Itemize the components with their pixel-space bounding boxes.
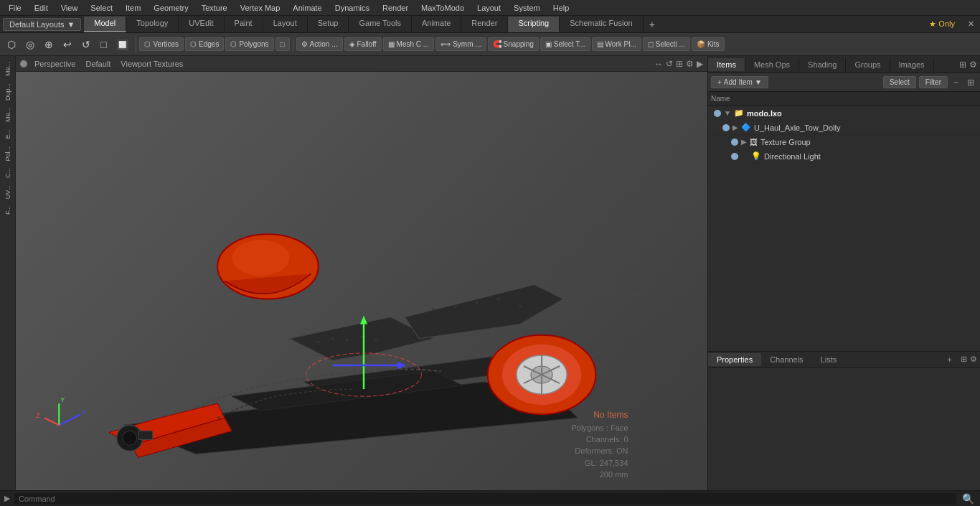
tab-shading[interactable]: Shading [799,58,846,71]
viewport-default[interactable]: Default [83,60,113,68]
list-item[interactable]: ▶ 🖼 Texture Group [708,135,980,149]
menu-select[interactable]: Select [85,2,118,14]
tb-mode-box[interactable]: □ [275,37,290,51]
menu-texture[interactable]: Texture [196,2,233,14]
items-minus-icon[interactable]: − [951,76,961,89]
tab-layout[interactable]: Layout [263,17,308,32]
menu-maxtomodo[interactable]: MaxToModo [415,2,470,14]
list-item[interactable]: ▼ 📁 modo.lxo [708,106,980,121]
tb-icon1[interactable]: ⬡ [3,37,20,52]
select-button[interactable]: Select [883,76,916,88]
menu-file[interactable]: File [3,2,27,14]
viewport[interactable]: Perspective Default Viewport Textures ↔ … [16,56,707,490]
tab-animate[interactable]: Animate [412,17,461,32]
command-search-icon[interactable]: 🔍 [956,492,980,506]
viewport-grid-icon[interactable]: ⊞ [676,59,683,69]
sidebar-me[interactable]: Me... [3,59,13,79]
menu-help[interactable]: Help [547,2,575,14]
tb-falloff[interactable]: ◈ Falloff [344,37,382,51]
list-item[interactable]: ▶ 🔷 U_Haul_Axle_Tow_Dolly [708,121,980,135]
visibility-dot[interactable] [722,124,730,131]
menu-animate[interactable]: Animate [287,2,327,14]
tab-model[interactable]: Model [84,17,126,32]
viewport-arrows-icon[interactable]: ↔ [654,59,663,69]
tb-snapping[interactable]: 🧲 Snapping [488,37,539,51]
menu-render[interactable]: Render [377,2,414,14]
tb-icon4[interactable]: ↩ [59,37,76,52]
expand-arrow-icon[interactable]: ▼ [724,109,731,117]
sidebar-f[interactable]: F... [3,203,13,217]
tb-icon6[interactable]: □ [96,37,110,52]
tb-meshc[interactable]: ▦ Mesh C ... [383,37,435,51]
scene-area[interactable]: No Items Polygons : Face Channels: 0 Def… [16,72,707,490]
tab-groups[interactable]: Groups [846,58,890,71]
tab-lists[interactable]: Lists [812,353,846,366]
sidebar-c[interactable]: C... [3,165,13,181]
visibility-dot[interactable] [731,139,738,146]
tb-polygons[interactable]: ⬡ Polygons [225,37,273,51]
tab-scripting[interactable]: Scripting [508,17,560,32]
tab-images[interactable]: Images [890,58,934,71]
add-layout-button[interactable]: + [644,17,661,32]
layout-close-button[interactable]: ✕ [962,17,980,31]
tb-icon2[interactable]: ◎ [22,37,39,52]
tab-properties[interactable]: Properties [708,353,761,366]
viewport-textures[interactable]: Viewport Textures [118,60,186,68]
prop-add-button[interactable]: + [942,355,958,364]
menu-vertexmap[interactable]: Vertex Map [235,2,286,14]
tab-setup[interactable]: Setup [308,17,349,32]
filter-button[interactable]: Filter [919,76,948,88]
tb-kits[interactable]: 📦 Kits [692,37,725,51]
tb-select-t[interactable]: ▣ Select T... [540,37,590,51]
viewport-settings-icon[interactable]: ⚙ [686,59,694,69]
sidebar-dup[interactable]: Dup... [3,80,13,103]
tb-symm[interactable]: ⟺ Symm ... [435,37,486,51]
tb-edges[interactable]: ⬡ Edges [185,37,224,51]
default-layouts-dropdown[interactable]: Default Layouts ▼ [3,18,81,31]
tab-items[interactable]: Items [708,58,745,71]
sidebar-e[interactable]: E... [3,126,13,142]
tab-channels[interactable]: Channels [761,353,811,366]
menu-layout[interactable]: Layout [471,2,507,14]
sidebar-me2[interactable]: Me... [3,105,13,125]
tb-icon5[interactable]: ↺ [77,37,95,52]
prop-expand-icon[interactable]: ⊞ [961,355,967,364]
star-only-button[interactable]: ★ Only [922,17,962,31]
menu-edit[interactable]: Edit [29,2,54,14]
items-expand-icon[interactable]: ⊞ [964,76,977,89]
tab-render[interactable]: Render [461,17,508,32]
tab-schematic[interactable]: Schematic Fusion [560,17,643,32]
menu-geometry[interactable]: Geometry [148,2,194,14]
panel-settings-icon[interactable]: ⚙ [969,60,977,70]
tab-paint[interactable]: Paint [225,17,263,32]
tab-topology[interactable]: Topology [126,17,179,32]
sidebar-uv[interactable]: UV... [3,182,13,202]
expand-arrow-icon[interactable]: ▶ [741,138,747,146]
prop-settings-icon[interactable]: ⚙ [970,355,977,364]
viewport-perspective[interactable]: Perspective [32,60,78,68]
tb-workpl[interactable]: ▤ Work Pl... [592,37,641,51]
tb-selecti[interactable]: ◻ Selecti ... [643,37,690,51]
menu-item[interactable]: Item [120,2,146,14]
panel-expand-icon[interactable]: ⊞ [959,60,966,70]
tb-action[interactable]: ⚙ Action ... [296,37,343,51]
list-item[interactable]: 💡 Directional Light [708,149,980,164]
visibility-dot[interactable] [731,153,738,160]
tab-uvedit[interactable]: UVEdit [179,17,224,32]
command-input[interactable] [14,493,956,505]
viewport-rotate-icon[interactable]: ↺ [666,59,673,69]
tb-icon3[interactable]: ⊕ [40,37,57,52]
viewport-play-icon[interactable]: ▶ [697,59,703,69]
tb-vertices[interactable]: ⬡ Vertices [139,37,184,51]
expand-arrow-icon[interactable]: ▶ [732,123,738,131]
add-item-button[interactable]: + Add Item ▼ [711,76,768,88]
command-arrow-icon[interactable]: ▶ [0,494,14,503]
tab-gametools[interactable]: Game Tools [349,17,412,32]
tb-icon7[interactable]: 🔲 [112,37,133,52]
visibility-dot[interactable] [714,110,721,117]
sidebar-pol[interactable]: Pol... [3,144,13,164]
menu-dynamics[interactable]: Dynamics [329,2,375,14]
viewport-dot[interactable] [20,60,27,67]
menu-system[interactable]: System [508,2,546,14]
tab-meshops[interactable]: Mesh Ops [745,58,799,71]
